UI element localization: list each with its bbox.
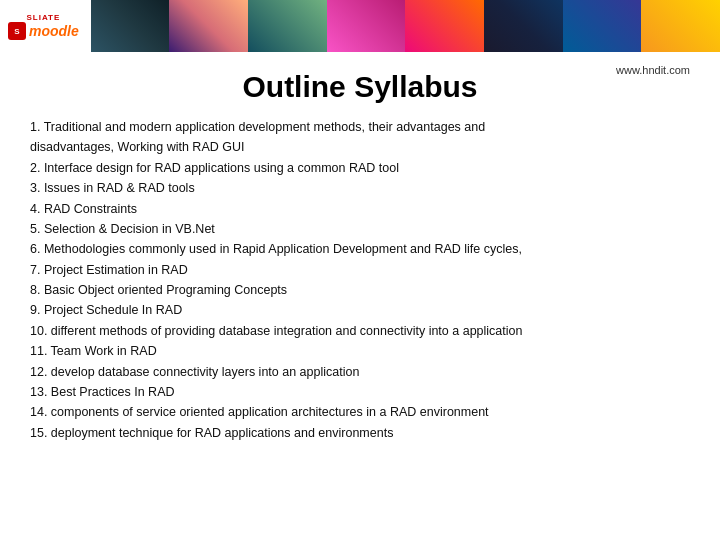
sliate-text: SLIATE [26, 13, 60, 22]
header-img-4 [327, 0, 406, 52]
syllabus-item: 1. Traditional and modern application de… [30, 118, 690, 137]
header-img-7 [563, 0, 642, 52]
syllabus-item: 8. Basic Object oriented Programing Conc… [30, 281, 690, 300]
syllabus-item: 14. components of service oriented appli… [30, 403, 690, 422]
header-logo: SLIATE S moodle [0, 0, 91, 52]
sliate-icon: S [8, 22, 26, 40]
header-img-1 [91, 0, 170, 52]
syllabus-item: 5. Selection & Decision in VB.Net [30, 220, 690, 239]
moodle-logo-text: moodle [29, 23, 79, 39]
syllabus-item: 2. Interface design for RAD applications… [30, 159, 690, 178]
syllabus-item: 4. RAD Constraints [30, 200, 690, 219]
header-images [91, 0, 720, 52]
main-content: www.hndit.com Outline Syllabus 1. Tradit… [0, 52, 720, 454]
syllabus-item: 11. Team Work in RAD [30, 342, 690, 361]
header-banner: SLIATE S moodle [0, 0, 720, 52]
syllabus-item: disadvantages, Working with RAD GUI [30, 138, 690, 157]
page-title: Outline Syllabus [30, 70, 690, 104]
header-img-3 [248, 0, 327, 52]
sliate-logo: SLIATE S moodle [8, 13, 79, 40]
header-img-6 [484, 0, 563, 52]
syllabus-item: 6. Methodologies commonly used in Rapid … [30, 240, 690, 259]
syllabus-list: 1. Traditional and modern application de… [30, 118, 690, 443]
syllabus-item: 12. develop database connectivity layers… [30, 363, 690, 382]
syllabus-item: 13. Best Practices In RAD [30, 383, 690, 402]
syllabus-item: 10. different methods of providing datab… [30, 322, 690, 341]
svg-text:S: S [14, 27, 20, 36]
syllabus-item: 15. deployment technique for RAD applica… [30, 424, 690, 443]
header-img-8 [641, 0, 720, 52]
website-url: www.hndit.com [616, 64, 690, 76]
sliate-bottom: S moodle [8, 22, 79, 40]
syllabus-item: 9. Project Schedule In RAD [30, 301, 690, 320]
syllabus-item: 7. Project Estimation in RAD [30, 261, 690, 280]
header-img-2 [169, 0, 248, 52]
header-img-5 [405, 0, 484, 52]
syllabus-item: 3. Issues in RAD & RAD tools [30, 179, 690, 198]
